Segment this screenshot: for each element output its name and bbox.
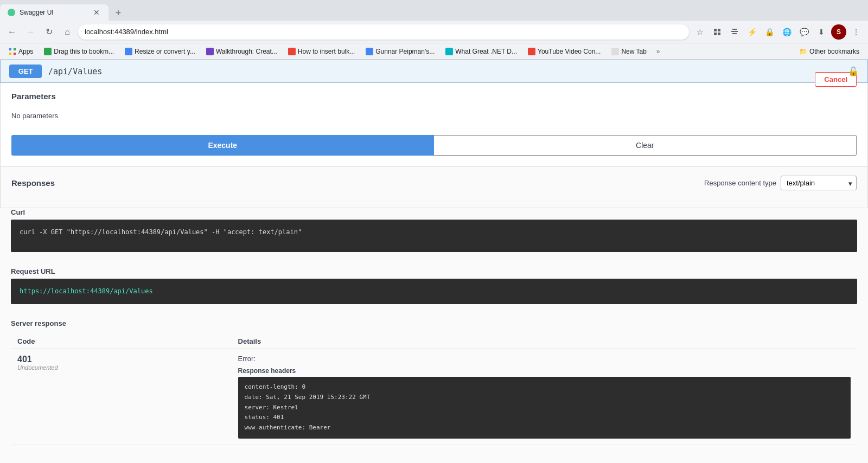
address-bar[interactable] <box>78 24 689 40</box>
lightning-button[interactable]: ⚡ <box>744 24 760 40</box>
svg-rect-6 <box>9 53 11 55</box>
endpoint-header: GET /api/Values 🔓 <box>0 60 868 83</box>
server-response-title: Server response <box>11 319 857 327</box>
responses-header: Responses Response content type text/pla… <box>11 176 857 190</box>
vpn-button[interactable]: 🔒 <box>762 24 777 40</box>
tab-favicon <box>8 9 15 16</box>
reload-button[interactable]: ↻ <box>41 24 56 40</box>
other-bookmarks-label: Other bookmarks <box>809 48 859 55</box>
browser-window: Swagger UI ✕ + ← → ↻ ⌂ ☆ ⚡ 🔒 🌐 💬 ⬇ S ⋮ <box>0 0 868 463</box>
tab-close-button[interactable]: ✕ <box>92 8 101 17</box>
no-params-text: No parameters <box>11 107 857 124</box>
execute-button[interactable]: Execute <box>11 135 434 156</box>
parameters-title: Parameters <box>11 92 857 101</box>
svg-rect-1 <box>718 29 720 31</box>
bookmark-insert-label: How to insert bulk... <box>298 48 355 55</box>
request-url-value: https://localhost:44389/api/Values <box>11 279 857 304</box>
curl-value: curl -X GET "https://localhost:44389/api… <box>11 220 857 252</box>
response-content-type-label: Response content type <box>704 179 776 187</box>
bookmark-youtube-label: YouTube Video Con... <box>538 48 601 55</box>
request-url-label: Request URL <box>11 267 857 275</box>
bookmark-youtube-favicon <box>528 48 535 55</box>
bookmark-resize-label: Resize or convert y... <box>135 48 195 55</box>
tab-bar: Swagger UI ✕ + <box>0 0 868 21</box>
bookmark-resize-favicon <box>125 48 132 55</box>
bookmarks-right: 📁 Other bookmarks <box>795 46 864 57</box>
bookmark-insert[interactable]: How to insert bulk... <box>284 46 359 57</box>
error-text: Error: <box>238 355 851 363</box>
download-button[interactable]: ⬇ <box>814 24 829 40</box>
svg-rect-4 <box>9 48 11 50</box>
curl-section: Curl curl -X GET "https://localhost:4438… <box>0 208 868 261</box>
response-table: Code Details 401 Undocumented Error: <box>11 334 857 444</box>
bookmark-star-button[interactable]: ☆ <box>692 24 707 40</box>
code-column-header: Code <box>11 334 232 349</box>
bookmark-gunnar-favicon <box>366 48 373 55</box>
translate-button[interactable]: 🌐 <box>779 24 794 40</box>
bookmark-dotnet-label: What Great .NET D... <box>455 48 517 55</box>
bookmark-resize[interactable]: Resize or convert y... <box>120 46 200 57</box>
sync-icon-button[interactable] <box>727 24 742 40</box>
profile-button[interactable]: S <box>831 24 846 40</box>
bookmark-newtab-favicon <box>611 48 619 55</box>
response-headers-label: Response headers <box>238 367 851 375</box>
bookmark-apps[interactable]: Apps <box>4 46 37 57</box>
extension-button[interactable] <box>710 24 725 40</box>
method-badge: GET <box>9 65 42 78</box>
bookmark-walkthrough[interactable]: Walkthrough: Creat... <box>202 46 282 57</box>
bookmark-newtab-label: New Tab <box>621 48 646 55</box>
bookmark-insert-favicon <box>288 48 296 55</box>
bookmark-gunnar[interactable]: Gunnar Peipman's... <box>361 46 439 57</box>
response-code: 401 <box>17 355 225 364</box>
endpoint-path: /api/Values <box>48 67 102 76</box>
svg-rect-0 <box>714 29 717 31</box>
swagger-ui: GET /api/Values 🔓 Cancel Parameters No p… <box>0 60 868 445</box>
bookmark-more-button[interactable]: » <box>653 46 663 57</box>
nav-icons: ☆ ⚡ 🔒 🌐 💬 ⬇ S ⋮ <box>692 24 864 40</box>
curl-label: Curl <box>11 208 857 216</box>
menu-button[interactable]: ⋮ <box>848 24 864 40</box>
bookmark-drag-label: Drag this to bookm... <box>54 48 114 55</box>
bookmark-youtube[interactable]: YouTube Video Con... <box>524 46 605 57</box>
bookmark-newtab[interactable]: New Tab <box>607 46 650 57</box>
response-content-type-wrapper: text/plain application/json text/json <box>781 176 857 190</box>
response-content-type-select[interactable]: text/plain application/json text/json <box>781 176 857 190</box>
response-code-cell: 401 Undocumented <box>11 349 232 444</box>
svg-rect-2 <box>714 33 717 35</box>
bookmark-drag-favicon <box>44 48 52 55</box>
response-details-cell: Error: Response headers content-length: … <box>232 349 857 444</box>
svg-rect-3 <box>718 33 720 35</box>
bookmark-walkthrough-label: Walkthrough: Creat... <box>216 48 277 55</box>
bookmarks-bar: Apps Drag this to bookm... Resize or con… <box>0 43 868 60</box>
details-column-header: Details <box>232 334 857 349</box>
home-button[interactable]: ⌂ <box>60 24 75 40</box>
svg-rect-5 <box>14 48 16 50</box>
undocumented-label: Undocumented <box>17 364 225 371</box>
action-buttons: Execute Clear <box>11 135 857 156</box>
main-content: GET /api/Values 🔓 Cancel Parameters No p… <box>0 60 868 463</box>
forward-button[interactable]: → <box>23 24 38 40</box>
clear-button[interactable]: Clear <box>434 135 857 156</box>
bookmark-dotnet-favicon <box>445 48 453 55</box>
tab-title: Swagger UI <box>20 9 54 16</box>
bookmark-dotnet[interactable]: What Great .NET D... <box>441 46 521 57</box>
response-headers-value: content-length: 0 date: Sat, 21 Sep 2019… <box>238 377 851 438</box>
active-tab[interactable]: Swagger UI ✕ <box>0 4 108 21</box>
other-bookmarks[interactable]: 📁 Other bookmarks <box>795 46 864 57</box>
bookmark-apps-label: Apps <box>18 48 33 55</box>
lock-icon: 🔓 <box>848 66 859 76</box>
server-response-section: Server response Code Details 401 Undocum… <box>0 319 868 444</box>
chat-button[interactable]: 💬 <box>796 24 812 40</box>
bookmark-drag[interactable]: Drag this to bookm... <box>40 46 118 57</box>
bookmark-gunnar-label: Gunnar Peipman's... <box>375 48 435 55</box>
bookmark-walkthrough-favicon <box>206 48 214 55</box>
new-tab-button[interactable]: + <box>111 5 126 21</box>
request-url-section: Request URL https://localhost:44389/api/… <box>0 267 868 313</box>
table-row: 401 Undocumented Error: Response headers… <box>11 349 857 444</box>
parameters-section: Cancel Parameters No parameters Execute … <box>0 83 868 167</box>
responses-title: Responses <box>11 178 55 188</box>
svg-rect-7 <box>14 53 16 55</box>
back-button[interactable]: ← <box>4 24 20 40</box>
responses-section: Responses Response content type text/pla… <box>0 167 868 208</box>
nav-bar: ← → ↻ ⌂ ☆ ⚡ 🔒 🌐 💬 ⬇ S ⋮ <box>0 21 868 43</box>
